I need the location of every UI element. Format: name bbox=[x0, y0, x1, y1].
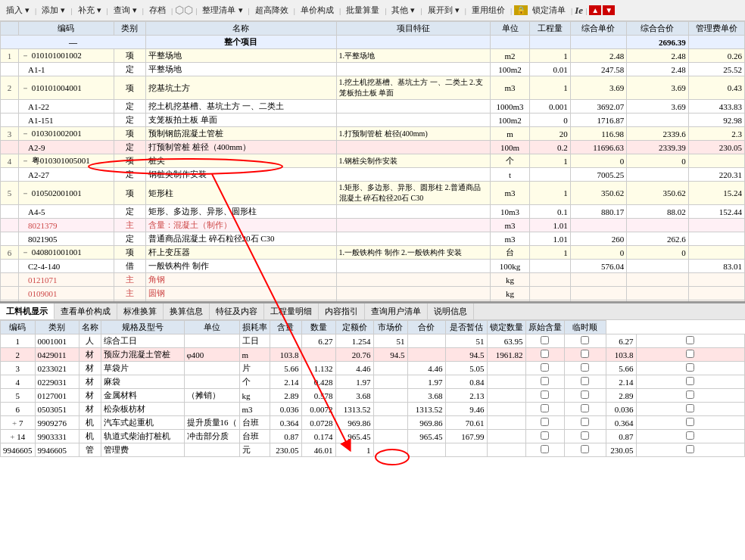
linshi-cell[interactable] bbox=[636, 403, 745, 416]
zhgy-cell: 350.62 bbox=[570, 182, 626, 205]
tab-item-5[interactable]: 工程量明细 bbox=[264, 303, 319, 319]
linshi-checkbox[interactable] bbox=[686, 377, 694, 385]
gcl-cell: 1.01 bbox=[529, 219, 570, 232]
lower-sunhao-cell: 230.05 bbox=[270, 443, 301, 457]
zanjia-checkbox[interactable] bbox=[541, 350, 549, 358]
efficiency-button[interactable]: 超高降效 bbox=[252, 4, 291, 17]
suoding-cell[interactable] bbox=[564, 403, 606, 416]
suoding-checkbox[interactable] bbox=[581, 336, 589, 344]
zanjia-cell[interactable] bbox=[525, 334, 564, 348]
zanjia-checkbox[interactable] bbox=[541, 363, 549, 372]
down-button[interactable]: ▼ bbox=[603, 5, 615, 15]
unit-cell: 台 bbox=[491, 246, 530, 260]
suoding-checkbox[interactable] bbox=[581, 363, 589, 372]
insert-button[interactable]: 插入 ▾ bbox=[3, 4, 33, 17]
mingcheng-cell: 矩形、多边形、异形、圆形柱 bbox=[145, 205, 336, 219]
suoding-cell[interactable] bbox=[564, 430, 606, 443]
reuse-button[interactable]: 重用组价 bbox=[469, 4, 508, 17]
zanjia-cell[interactable] bbox=[525, 362, 564, 375]
mingcheng-cell: 预制钢筋混凝土管桩 bbox=[145, 127, 336, 141]
linshi-checkbox[interactable] bbox=[686, 404, 694, 412]
bianhao-cell: － 010101004001 bbox=[18, 76, 114, 100]
suoding-cell[interactable] bbox=[564, 334, 606, 348]
linshi-checkbox[interactable] bbox=[686, 390, 694, 399]
glf-cell bbox=[688, 219, 744, 232]
zanjia-checkbox[interactable] bbox=[541, 418, 549, 426]
lower-mingcheng-cell: 预应力混凝土管桩 bbox=[101, 348, 184, 362]
query-button[interactable]: 查询 ▾ bbox=[111, 4, 140, 17]
tab-item-0[interactable]: 工料机显示 bbox=[0, 303, 55, 319]
unit-cell: 100kg bbox=[491, 260, 530, 273]
gcl-cell: 0.001 bbox=[529, 100, 570, 114]
linshi-cell[interactable] bbox=[636, 430, 745, 443]
suoding-checkbox[interactable] bbox=[581, 390, 589, 399]
zanjia-cell[interactable] bbox=[525, 403, 564, 416]
suoding-checkbox[interactable] bbox=[581, 445, 589, 453]
summary-label: — bbox=[1, 36, 146, 49]
suoding-checkbox[interactable] bbox=[581, 418, 589, 426]
suoding-cell[interactable] bbox=[564, 389, 606, 403]
other-button[interactable]: 其他 ▾ bbox=[388, 4, 418, 17]
glf-cell bbox=[688, 246, 744, 260]
zanjia-cell[interactable] bbox=[525, 430, 564, 443]
unit-price-button[interactable]: 单价构成 bbox=[298, 4, 337, 17]
lower-hanliang-cell: 0.174 bbox=[301, 430, 335, 443]
logo-text: Ie bbox=[575, 5, 583, 17]
up-button[interactable]: ▲ bbox=[589, 5, 601, 15]
tab-item-1[interactable]: 查看单价构成 bbox=[55, 303, 117, 319]
zanjia-checkbox[interactable] bbox=[541, 431, 549, 440]
batch-button[interactable]: 批量算量 bbox=[343, 4, 382, 17]
gcl-cell bbox=[529, 273, 570, 287]
linshi-cell[interactable] bbox=[636, 348, 745, 362]
linshi-checkbox[interactable] bbox=[686, 363, 694, 372]
suoding-checkbox[interactable] bbox=[581, 404, 589, 412]
linshi-checkbox[interactable] bbox=[686, 350, 694, 358]
supplement-button[interactable]: 补充 ▾ bbox=[75, 4, 104, 17]
lower-unit-cell: 台班 bbox=[239, 416, 270, 430]
suoding-cell[interactable] bbox=[564, 375, 606, 389]
col-zhhe-header: 综合合价 bbox=[627, 22, 689, 36]
linshi-checkbox[interactable] bbox=[686, 445, 694, 453]
zanjia-cell[interactable] bbox=[525, 389, 564, 403]
linshi-cell[interactable] bbox=[636, 375, 745, 389]
zanjia-cell[interactable] bbox=[525, 348, 564, 362]
expand-button[interactable]: 展开到 ▾ bbox=[425, 4, 463, 17]
lower-dingjia-cell bbox=[373, 416, 407, 430]
zanjia-cell[interactable] bbox=[525, 416, 564, 430]
tab-item-3[interactable]: 换算信息 bbox=[164, 303, 210, 319]
xztz-cell bbox=[336, 232, 491, 246]
zanjia-cell[interactable] bbox=[525, 375, 564, 389]
tab-item-6[interactable]: 内容指引 bbox=[319, 303, 365, 319]
tab-item-4[interactable]: 特征及内容 bbox=[210, 303, 264, 319]
zanjia-checkbox[interactable] bbox=[541, 336, 549, 344]
linshi-cell[interactable] bbox=[636, 416, 745, 430]
lock-list-button[interactable]: 锁定清单 bbox=[529, 4, 569, 17]
linshi-cell[interactable] bbox=[636, 362, 745, 375]
lower-shuliang-cell: 969.86 bbox=[335, 416, 373, 430]
suoding-checkbox[interactable] bbox=[581, 377, 589, 385]
suoding-cell[interactable] bbox=[564, 348, 606, 362]
linshi-checkbox[interactable] bbox=[686, 418, 694, 426]
suoding-cell[interactable] bbox=[564, 362, 606, 375]
lower-bianhao-cell: 0233021 bbox=[35, 362, 79, 375]
linshi-checkbox[interactable] bbox=[686, 336, 694, 344]
linshi-cell[interactable] bbox=[636, 389, 745, 403]
suoding-checkbox[interactable] bbox=[581, 431, 589, 440]
zanjia-checkbox[interactable] bbox=[541, 445, 549, 453]
clean-button[interactable]: 整理清单 ▾ bbox=[199, 4, 245, 17]
save-button[interactable]: 存档 bbox=[146, 4, 169, 17]
add-button[interactable]: 添加 ▾ bbox=[39, 4, 68, 17]
suoding-cell[interactable] bbox=[564, 416, 606, 430]
suoding-checkbox[interactable] bbox=[581, 350, 589, 358]
zanjia-cell[interactable] bbox=[525, 443, 564, 457]
linshi-checkbox[interactable] bbox=[686, 431, 694, 440]
zanjia-checkbox[interactable] bbox=[541, 390, 549, 399]
suoding-cell[interactable] bbox=[564, 443, 606, 457]
linshi-cell[interactable] bbox=[636, 443, 745, 457]
linshi-cell[interactable] bbox=[636, 334, 745, 348]
tab-item-2[interactable]: 标准换算 bbox=[117, 303, 164, 319]
tab-item-8[interactable]: 说明信息 bbox=[428, 303, 474, 319]
zanjia-checkbox[interactable] bbox=[541, 404, 549, 412]
tab-item-7[interactable]: 查询用户清单 bbox=[365, 303, 428, 319]
zanjia-checkbox[interactable] bbox=[541, 377, 549, 385]
